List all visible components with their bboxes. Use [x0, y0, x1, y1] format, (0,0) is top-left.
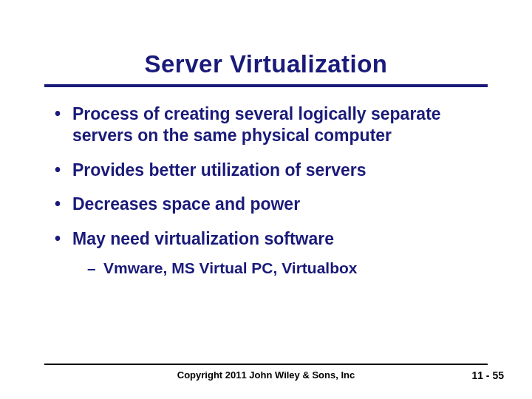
bullet-text: May need virtualization software — [72, 229, 334, 248]
list-item: May need virtualization software Vmware,… — [52, 228, 480, 278]
page-number: 11 - 55 — [471, 369, 504, 381]
footer-rule — [44, 364, 488, 365]
title-rule — [44, 84, 488, 87]
footer: Copyright 2011 John Wiley & Sons, Inc 11… — [0, 369, 532, 384]
copyright-text: Copyright 2011 John Wiley & Sons, Inc — [0, 369, 532, 381]
list-item: Provides better utilization of servers — [52, 160, 480, 181]
list-item: Decreases space and power — [52, 194, 480, 215]
sub-bullet-text: Vmware, MS Virtual PC, Virtualbox — [103, 259, 358, 276]
bullet-list: Process of creating several logically se… — [52, 103, 480, 278]
bullet-text: Process of creating several logically se… — [72, 104, 441, 145]
slide: Server Virtualization Process of creatin… — [0, 0, 532, 399]
list-item: Vmware, MS Virtual PC, Virtualbox — [87, 259, 480, 278]
list-item: Process of creating several logically se… — [52, 103, 480, 146]
sub-bullet-list: Vmware, MS Virtual PC, Virtualbox — [72, 259, 480, 278]
bullet-text: Decreases space and power — [72, 194, 300, 214]
content-area: Process of creating several logically se… — [52, 103, 480, 291]
title-wrap: Server Virtualization — [0, 50, 532, 78]
bullet-text: Provides better utilization of servers — [72, 160, 366, 180]
slide-title: Server Virtualization — [0, 50, 532, 78]
